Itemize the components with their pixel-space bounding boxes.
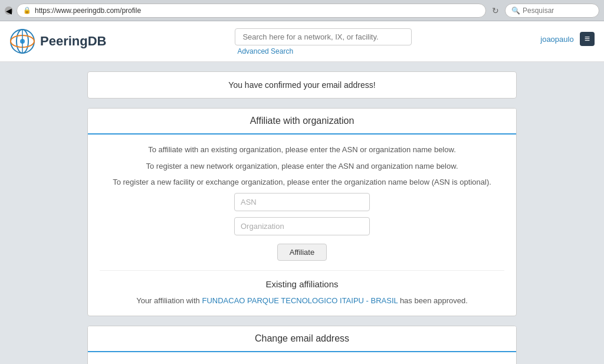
- browser-chrome: ◀ 🔒 https://www.peeringdb.com/profile ↻ …: [0, 0, 604, 21]
- site-header: PeeringDB Advanced Search joaopaulo ≡: [0, 21, 604, 62]
- search-icon: 🔍: [511, 6, 520, 15]
- username-link[interactable]: joaopaulo: [540, 35, 573, 44]
- affiliate-button[interactable]: Affiliate: [277, 244, 327, 261]
- change-email-card: Change email address For speedy validati…: [87, 326, 517, 364]
- confirmation-message: You have confirmed your email address!: [228, 80, 375, 90]
- organization-input[interactable]: [234, 217, 370, 235]
- affiliate-desc-2: To register a new network organization, …: [100, 160, 504, 172]
- affiliate-card: Affiliate with organization To affiliate…: [87, 108, 517, 316]
- lock-icon: 🔒: [23, 6, 31, 14]
- hamburger-menu-button[interactable]: ≡: [580, 32, 595, 46]
- reload-button[interactable]: ↻: [490, 6, 501, 15]
- affiliate-card-header: Affiliate with organization: [88, 109, 516, 135]
- logo-area: PeeringDB: [9, 26, 106, 57]
- url-text: https://www.peeringdb.com/profile: [35, 6, 141, 15]
- main-search-input[interactable]: [235, 28, 412, 45]
- affiliation-text: Your affiliation with FUNDACAO PARQUE TE…: [100, 295, 504, 307]
- url-bar: 🔒 https://www.peeringdb.com/profile: [17, 4, 486, 18]
- affiliate-desc-1: To affiliate with an existing organizati…: [100, 144, 504, 156]
- affiliate-card-body: To affiliate with an existing organizati…: [88, 135, 516, 316]
- main-container: You have confirmed your email address! A…: [78, 62, 526, 364]
- peeringdb-logo-icon: [9, 28, 35, 54]
- asn-input[interactable]: [234, 193, 370, 211]
- hamburger-icon: ≡: [585, 34, 590, 44]
- change-email-card-title: Change email address: [255, 333, 349, 343]
- browser-search-input[interactable]: [523, 6, 593, 15]
- page-content: PeeringDB Advanced Search joaopaulo ≡ Yo…: [0, 21, 604, 364]
- affiliation-prefix: Your affiliation with: [136, 296, 202, 305]
- header-search-section: Advanced Search: [235, 26, 412, 55]
- email-info-text: For speedy validation, it is required th…: [100, 362, 504, 364]
- affiliate-desc-3: To register a new facility or exchange o…: [100, 176, 504, 188]
- affiliate-card-title: Affiliate with organization: [250, 116, 354, 126]
- back-button[interactable]: ◀: [5, 6, 13, 15]
- change-email-card-header: Change email address: [88, 326, 516, 352]
- site-logo-text: PeeringDB: [40, 34, 106, 49]
- confirmation-banner: You have confirmed your email address!: [87, 71, 517, 99]
- existing-affiliations-title: Existing affiliations: [100, 270, 504, 289]
- user-area: joaopaulo ≡: [540, 26, 595, 46]
- affiliation-suffix: has been approved.: [398, 296, 468, 305]
- affiliation-org-link[interactable]: FUNDACAO PARQUE TECNOLOGICO ITAIPU - BRA…: [202, 296, 398, 305]
- change-email-card-body: For speedy validation, it is required th…: [88, 352, 516, 364]
- advanced-search-link[interactable]: Advanced Search: [237, 47, 293, 55]
- browser-search-bar[interactable]: 🔍: [505, 4, 599, 18]
- affiliate-button-label: Affiliate: [290, 248, 314, 257]
